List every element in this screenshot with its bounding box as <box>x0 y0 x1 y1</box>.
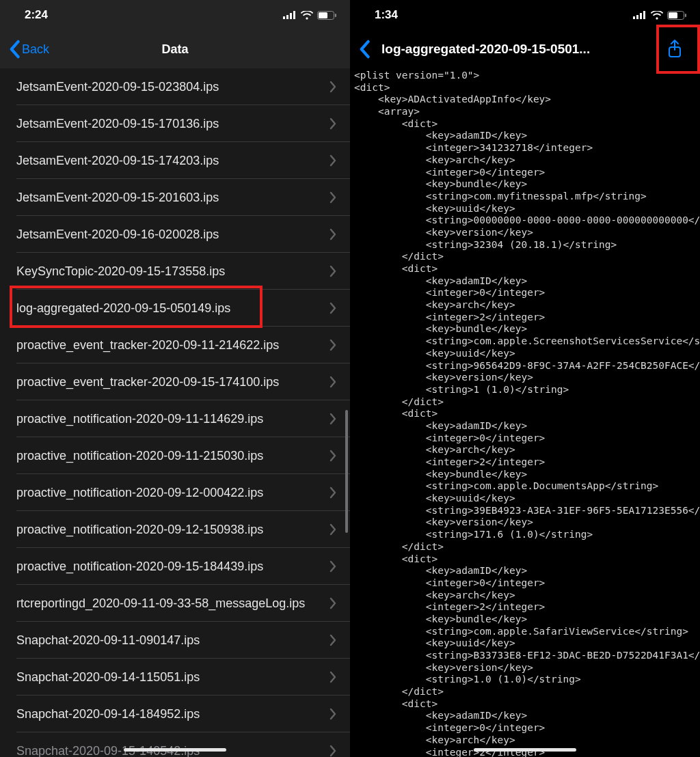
nav-bar: log-aggregated-2020-09-15-0501... <box>350 30 700 68</box>
chevron-right-icon <box>329 191 336 204</box>
file-row[interactable]: JetsamEvent-2020-09-15-023804.ips <box>0 68 350 105</box>
share-button[interactable] <box>658 30 692 68</box>
file-row[interactable]: rtcreportingd_2020-09-11-09-33-58_messag… <box>0 585 350 622</box>
status-bar: 2:24 <box>0 0 350 30</box>
nav-bar: Back Data <box>0 30 350 68</box>
file-list: JetsamEvent-2020-09-15-023804.ipsJetsamE… <box>0 68 350 757</box>
status-bar: 1:34 <box>350 0 700 30</box>
file-name: JetsamEvent-2020-09-16-020028.ips <box>16 228 219 242</box>
battery-icon <box>667 11 686 20</box>
back-label: Back <box>22 42 49 57</box>
file-name: rtcreportingd_2020-09-11-09-33-58_messag… <box>16 596 305 611</box>
file-name: proactive_event_tracker-2020-09-11-21462… <box>16 338 279 353</box>
svg-rect-0 <box>283 16 285 19</box>
wifi-icon <box>651 11 663 20</box>
file-name: JetsamEvent-2020-09-15-174203.ips <box>16 154 219 168</box>
svg-rect-1 <box>286 15 288 19</box>
chevron-right-icon <box>329 228 336 240</box>
home-indicator <box>124 748 226 752</box>
file-row[interactable]: Snapchat-2020-09-15-140542.ips <box>0 732 350 757</box>
file-row[interactable]: proactive_notification-2020-09-12-150938… <box>0 511 350 548</box>
chevron-right-icon <box>329 597 336 609</box>
svg-rect-7 <box>633 16 635 19</box>
chevron-right-icon <box>329 523 336 536</box>
file-name: Snapchat-2020-09-11-090147.ips <box>16 633 200 648</box>
svg-rect-12 <box>669 12 677 18</box>
chevron-right-icon <box>329 81 336 93</box>
file-row[interactable]: Snapchat-2020-09-14-115051.ips <box>0 659 350 696</box>
status-time: 1:34 <box>375 8 398 22</box>
file-row[interactable]: proactive_event_tracker-2020-09-11-21462… <box>0 327 350 363</box>
chevron-right-icon <box>329 302 336 314</box>
scrollbar[interactable] <box>345 410 348 533</box>
wifi-icon <box>301 11 313 20</box>
file-row[interactable]: proactive_notification-2020-09-11-114629… <box>0 400 350 437</box>
file-row[interactable]: JetsamEvent-2020-09-16-020028.ips <box>0 216 350 253</box>
chevron-right-icon <box>329 450 336 462</box>
chevron-right-icon <box>329 376 336 388</box>
svg-rect-13 <box>685 14 686 17</box>
chevron-right-icon <box>329 745 336 757</box>
svg-rect-5 <box>319 12 327 18</box>
page-title: log-aggregated-2020-09-15-0501... <box>381 42 658 57</box>
chevron-right-icon <box>329 486 336 499</box>
svg-rect-10 <box>643 11 645 19</box>
right-screenshot: 1:34 log-aggregated-2020-09-15-0501... <… <box>350 0 700 757</box>
file-name: log-aggregated-2020-09-15-050149.ips <box>16 301 230 316</box>
chevron-right-icon <box>329 265 336 277</box>
status-time: 2:24 <box>25 8 48 22</box>
chevron-right-icon <box>329 560 336 573</box>
home-indicator <box>474 748 576 752</box>
chevron-right-icon <box>329 339 336 351</box>
cellular-signal-icon <box>283 11 297 19</box>
back-button[interactable] <box>358 40 371 59</box>
file-row[interactable]: proactive_event_tracker-2020-09-15-17410… <box>0 363 350 400</box>
file-name: proactive_notification-2020-09-12-150938… <box>16 523 263 537</box>
file-row[interactable]: proactive_notification-2020-09-11-215030… <box>0 437 350 474</box>
file-name: proactive_event_tracker-2020-09-15-17410… <box>16 375 279 389</box>
file-name: proactive_notification-2020-09-11-114629… <box>16 412 263 426</box>
file-name: JetsamEvent-2020-09-15-201603.ips <box>16 191 219 205</box>
file-row[interactable]: JetsamEvent-2020-09-15-201603.ips <box>0 179 350 216</box>
chevron-right-icon <box>329 671 336 683</box>
svg-rect-8 <box>636 15 638 19</box>
chevron-right-icon <box>329 118 336 130</box>
file-row[interactable]: proactive_notification-2020-09-15-184439… <box>0 548 350 585</box>
file-name: proactive_notification-2020-09-11-215030… <box>16 449 263 463</box>
file-row[interactable]: JetsamEvent-2020-09-15-174203.ips <box>0 142 350 179</box>
file-row[interactable]: KeySyncTopic-2020-09-15-173558.ips <box>0 253 350 290</box>
chevron-right-icon <box>329 634 336 646</box>
battery-icon <box>317 11 336 20</box>
file-name: KeySyncTopic-2020-09-15-173558.ips <box>16 264 225 279</box>
file-name: proactive_notification-2020-09-15-184439… <box>16 560 263 574</box>
back-button[interactable]: Back <box>8 40 49 59</box>
svg-rect-9 <box>640 13 642 19</box>
file-name: Snapchat-2020-09-14-115051.ips <box>16 670 200 685</box>
file-name: JetsamEvent-2020-09-15-170136.ips <box>16 117 219 131</box>
file-name: JetsamEvent-2020-09-15-023804.ips <box>16 80 219 94</box>
plist-content: <plist version="1.0"><dict> <key>ADActiv… <box>350 68 700 757</box>
file-name: Snapchat-2020-09-14-184952.ips <box>16 707 200 721</box>
page-title: Data <box>0 42 350 57</box>
svg-rect-3 <box>293 11 295 19</box>
file-row[interactable]: Snapchat-2020-09-11-090147.ips <box>0 622 350 659</box>
chevron-right-icon <box>329 708 336 720</box>
chevron-right-icon <box>329 413 336 425</box>
chevron-right-icon <box>329 154 336 167</box>
svg-rect-2 <box>290 13 292 19</box>
status-icons <box>283 11 336 20</box>
file-row[interactable]: log-aggregated-2020-09-15-050149.ips <box>0 290 350 327</box>
file-row[interactable]: Snapchat-2020-09-14-184952.ips <box>0 696 350 732</box>
status-icons <box>633 11 686 20</box>
file-row[interactable]: JetsamEvent-2020-09-15-170136.ips <box>0 105 350 142</box>
file-name: proactive_notification-2020-09-12-000422… <box>16 486 263 500</box>
left-screenshot: 2:24 Back Data JetsamEvent-2020-09-15-02… <box>0 0 350 757</box>
cellular-signal-icon <box>633 11 647 19</box>
svg-rect-6 <box>335 14 336 17</box>
file-row[interactable]: proactive_notification-2020-09-12-000422… <box>0 474 350 511</box>
